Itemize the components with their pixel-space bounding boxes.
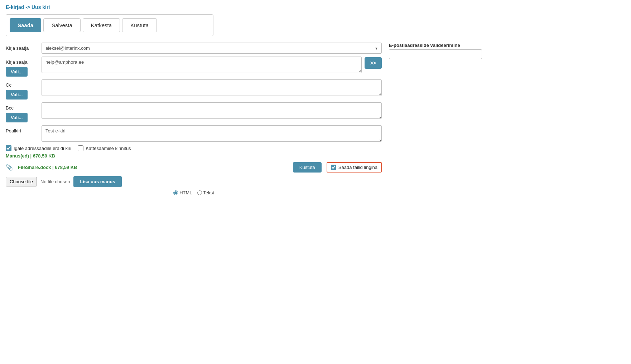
each-recipient-checkbox[interactable] bbox=[6, 145, 11, 151]
send-as-link-label: Saada failid lingina bbox=[338, 165, 377, 170]
subject-textarea[interactable]: Test e-kiri bbox=[42, 125, 382, 142]
cc-label: Cc Vali... bbox=[6, 79, 42, 100]
format-text-radio[interactable] bbox=[197, 190, 202, 195]
main-form: Kirja saatja aleksei@interinx.com ▼ Kirj… bbox=[6, 43, 382, 195]
send-as-link-container: Saada failid lingina bbox=[327, 162, 382, 173]
attachment-link[interactable]: FileShare.docx | 678,59 KB bbox=[18, 165, 77, 170]
each-recipient-checkbox-item: Igale adressaadile eraldi kiri bbox=[6, 145, 71, 151]
toolbar: Saada Salvesta Katkesta Kustuta bbox=[6, 14, 213, 36]
sender-select-wrapper: aleksei@interinx.com ▼ bbox=[42, 43, 382, 54]
form-area: Kirja saatja aleksei@interinx.com ▼ Kirj… bbox=[6, 43, 625, 195]
right-panel: E-postiaadresside valideerimine bbox=[389, 43, 482, 195]
save-button[interactable]: Salvesta bbox=[43, 18, 81, 32]
arrow-button[interactable]: >> bbox=[365, 57, 382, 69]
recipient-select-button[interactable]: Vali... bbox=[6, 67, 28, 77]
add-attachment-button[interactable]: Lisa uus manus bbox=[73, 176, 121, 187]
sender-select[interactable]: aleksei@interinx.com bbox=[42, 43, 382, 54]
sender-label: Kirja saatja bbox=[6, 43, 42, 51]
recipient-textarea[interactable]: help@amphora.ee bbox=[42, 57, 362, 73]
checkboxes-row: Igale adressaadile eraldi kiri Kättesaam… bbox=[6, 145, 382, 151]
choose-file-button[interactable]: Choose file bbox=[6, 177, 37, 186]
delivery-confirm-checkbox[interactable] bbox=[78, 145, 83, 151]
format-html-radio[interactable] bbox=[173, 190, 178, 195]
bcc-label: Bcc Vali... bbox=[6, 102, 42, 122]
recipient-field-with-btn: help@amphora.ee >> bbox=[42, 57, 382, 73]
cancel-button[interactable]: Katkesta bbox=[83, 18, 120, 32]
bcc-row: Bcc Vali... bbox=[6, 102, 382, 122]
attachments-label: Manus(ed) | 678,59 KB bbox=[6, 153, 382, 159]
delivery-confirm-checkbox-item: Kättesaamise kinnitus bbox=[78, 145, 131, 151]
recipient-label: Kirja saaja Vali... bbox=[6, 57, 42, 77]
recipient-row: Kirja saaja Vali... help@amphora.ee >> bbox=[6, 57, 382, 77]
format-text-label[interactable]: Tekst bbox=[197, 190, 214, 195]
attachment-icon: 📎 bbox=[6, 164, 13, 171]
file-upload-row: Choose file No file chosen Lisa uus manu… bbox=[6, 176, 382, 187]
delivery-confirm-label: Kättesaamise kinnitus bbox=[86, 146, 131, 151]
attachment-delete-button[interactable]: Kustuta bbox=[293, 162, 322, 173]
bcc-textarea[interactable] bbox=[42, 102, 382, 119]
cc-row: Cc Vali... bbox=[6, 79, 382, 100]
right-panel-input[interactable] bbox=[389, 49, 482, 59]
cc-textarea[interactable] bbox=[42, 79, 382, 96]
format-html-label[interactable]: HTML bbox=[173, 190, 192, 195]
cc-select-button[interactable]: Vali... bbox=[6, 90, 28, 100]
breadcrumb: E-kirjad -> Uus kiri bbox=[6, 4, 625, 10]
bcc-input-area bbox=[42, 102, 382, 119]
send-button[interactable]: Saada bbox=[10, 18, 41, 32]
delete-toolbar-button[interactable]: Kustuta bbox=[122, 18, 157, 32]
subject-label: Pealkiri bbox=[6, 125, 42, 134]
cc-input-area bbox=[42, 79, 382, 96]
right-panel-title: E-postiaadresside valideerimine bbox=[389, 43, 482, 48]
no-file-text: No file chosen bbox=[40, 179, 70, 184]
attachment-row: 📎 FileShare.docx | 678,59 KB Kustuta Saa… bbox=[6, 162, 382, 173]
subject-row: Pealkiri Test e-kiri bbox=[6, 125, 382, 142]
sender-row: Kirja saatja aleksei@interinx.com ▼ bbox=[6, 43, 382, 54]
send-as-link-checkbox[interactable] bbox=[331, 165, 336, 170]
subject-input-area: Test e-kiri bbox=[42, 125, 382, 142]
sender-input-area: aleksei@interinx.com ▼ bbox=[42, 43, 382, 54]
format-row: HTML Tekst bbox=[6, 190, 382, 195]
bcc-select-button[interactable]: Vali... bbox=[6, 113, 28, 122]
each-recipient-label: Igale adressaadile eraldi kiri bbox=[14, 146, 71, 151]
